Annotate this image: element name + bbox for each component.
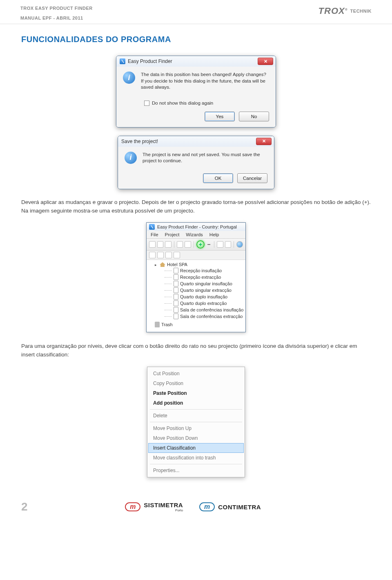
ok-button[interactable]: OK bbox=[203, 173, 233, 183]
dialog1-title: Easy Product Finder bbox=[128, 58, 172, 64]
document-icon bbox=[174, 307, 178, 313]
toolbar-open-icon[interactable] bbox=[157, 241, 164, 248]
do-not-show-checkbox[interactable]: Do not show this dialog again bbox=[144, 101, 269, 106]
tree-item[interactable]: Recepção extracção bbox=[149, 274, 244, 280]
tree-item-label: Quarto singular insuflação bbox=[180, 281, 232, 286]
app-icon bbox=[149, 224, 155, 230]
ctx-separator bbox=[150, 409, 242, 410]
tree-root[interactable]: ▸ Hotel SPA bbox=[149, 262, 244, 267]
checkbox-icon bbox=[144, 101, 149, 106]
cancel-button[interactable]: Cancelar bbox=[237, 173, 267, 183]
paragraph-2: Para uma organização por níveis, deve cl… bbox=[21, 342, 371, 359]
document-icon bbox=[174, 274, 178, 280]
ctx-delete[interactable]: Delete bbox=[148, 411, 244, 421]
ctx-paste-position[interactable]: Paste Position bbox=[148, 388, 244, 398]
tree-item[interactable]: Quarto singular insuflação bbox=[149, 280, 244, 287]
tree-item-label: Recepção extracção bbox=[180, 275, 221, 280]
ctx-move-down[interactable]: Move Position Down bbox=[148, 433, 244, 443]
app-window: Easy Product Finder - Country: Portugal … bbox=[146, 222, 246, 332]
ctx-move-up[interactable]: Move Position Up bbox=[148, 423, 244, 433]
ctx-move-to-trash[interactable]: Move classification into trash bbox=[148, 453, 244, 463]
tree-item-label: Sala de conferências extracção bbox=[180, 314, 243, 319]
document-icon bbox=[174, 300, 178, 306]
brand-sistimetra-text: SISTIMETRA bbox=[144, 502, 183, 508]
dialog1-message: The data in this position has been chang… bbox=[141, 72, 269, 91]
menu-file[interactable]: File bbox=[151, 232, 158, 237]
dialog2-message: The project is new and not yet saved. Yo… bbox=[143, 152, 267, 164]
brand-trox-text: TROX® bbox=[318, 6, 348, 16]
yes-button[interactable]: Yes bbox=[205, 112, 235, 121]
tree-item[interactable]: Sala de conferências extracção bbox=[149, 313, 244, 320]
help-icon[interactable] bbox=[236, 241, 243, 248]
page-footer: 2 m SISTIMETRA Porto m CONTIMETRA bbox=[0, 494, 392, 522]
toolbar-new-icon[interactable] bbox=[149, 241, 156, 248]
toolbar-separator bbox=[214, 241, 214, 248]
toolbar-separator bbox=[234, 241, 234, 248]
tree-item[interactable]: Quarto singular extracção bbox=[149, 287, 244, 293]
trash-icon bbox=[155, 322, 160, 327]
ctx-separator bbox=[150, 464, 242, 464]
ctx-separator bbox=[150, 422, 242, 422]
menu-help[interactable]: Help bbox=[209, 232, 219, 237]
tree-item-label: Quarto duplo insuflação bbox=[180, 294, 227, 299]
toolbar-save-icon[interactable] bbox=[165, 241, 172, 248]
dialog1-titlebar: Easy Product Finder ✕ bbox=[116, 56, 276, 67]
remove-position-button[interactable]: − bbox=[206, 242, 212, 247]
header-title: TROX EASY PRODUCT FINDER bbox=[20, 6, 93, 11]
context-menu: Cut Position Copy Position Paste Positio… bbox=[147, 367, 245, 477]
project-icon bbox=[160, 262, 165, 267]
document-icon bbox=[174, 294, 178, 300]
toolbar-print-icon[interactable] bbox=[185, 241, 191, 248]
trash-label: Trash bbox=[161, 322, 173, 327]
header-subtitle: MANUAL EPF - ABRIL 2011 bbox=[20, 16, 93, 20]
brand-contimetra-text: CONTIMETRA bbox=[218, 504, 261, 511]
toolbar-chart-icon[interactable] bbox=[225, 241, 232, 248]
close-button[interactable]: ✕ bbox=[258, 58, 273, 65]
dialog2-title: Save the project! bbox=[121, 139, 158, 144]
paragraph-1: Deverá aplicar as mudanças e gravar o pr… bbox=[21, 198, 371, 215]
ctx-copy-position[interactable]: Copy Position bbox=[148, 378, 244, 388]
dialog-save-project: Save the project! ✕ i The project is new… bbox=[118, 136, 274, 189]
tree-trash[interactable]: Trash bbox=[149, 321, 244, 328]
view-expand-icon[interactable] bbox=[165, 252, 172, 258]
view-collapse-icon[interactable] bbox=[174, 252, 180, 258]
toolbar-copy-icon[interactable] bbox=[177, 241, 183, 248]
section-title: FUNCIONALIDADES DO PROGRAMA bbox=[21, 35, 371, 44]
ctx-add-position[interactable]: Add position bbox=[148, 398, 244, 408]
app-menubar: File Project Wizards Help bbox=[147, 231, 245, 238]
ctx-properties[interactable]: Properties... bbox=[148, 466, 244, 475]
brand-sistimetra-sub: Porto bbox=[144, 508, 183, 512]
no-button[interactable]: No bbox=[239, 112, 269, 121]
view-tree-icon[interactable] bbox=[157, 252, 164, 258]
toolbar-separator bbox=[194, 241, 194, 248]
tree-item-label: Recepção insuflação bbox=[180, 268, 222, 273]
dialog2-titlebar: Save the project! ✕ bbox=[118, 136, 274, 147]
tree-item[interactable]: Sala de conferências insuflação bbox=[149, 307, 244, 313]
app-subtoolbar bbox=[147, 251, 245, 260]
document-icon bbox=[174, 268, 178, 273]
expand-toggle-icon[interactable]: ▸ bbox=[155, 263, 158, 266]
ctx-insert-classification[interactable]: Insert Classification bbox=[148, 443, 244, 453]
view-list-icon[interactable] bbox=[149, 252, 156, 258]
ctx-cut-position[interactable]: Cut Position bbox=[148, 369, 244, 378]
tree-item[interactable]: Quarto duplo extracção bbox=[149, 300, 244, 307]
document-icon bbox=[174, 287, 178, 293]
toolbar-grid-icon[interactable] bbox=[217, 241, 223, 248]
dialog-apply-changes: Easy Product Finder ✕ i The data in this… bbox=[116, 56, 276, 128]
tree-root-label: Hotel SPA bbox=[167, 262, 187, 267]
page-number: 2 bbox=[21, 500, 28, 513]
tree-item[interactable]: Recepção insuflação bbox=[149, 267, 244, 274]
checkbox-label: Do not show this dialog again bbox=[152, 101, 213, 105]
close-button[interactable]: ✕ bbox=[256, 138, 272, 145]
tree-item[interactable]: Quarto duplo insuflação bbox=[149, 293, 244, 300]
project-tree: ▸ Hotel SPA Recepção insuflação Recepção… bbox=[147, 260, 245, 332]
menu-project[interactable]: Project bbox=[165, 232, 180, 237]
add-position-button[interactable]: + bbox=[196, 240, 205, 249]
toolbar-separator bbox=[174, 241, 174, 248]
tree-item-label: Sala de conferências insuflação bbox=[180, 307, 243, 312]
footer-brands: m SISTIMETRA Porto m CONTIMETRA bbox=[125, 502, 261, 512]
menu-wizards[interactable]: Wizards bbox=[186, 232, 203, 237]
info-icon: i bbox=[125, 152, 137, 164]
brand-m-icon: m bbox=[125, 502, 140, 511]
app-toolbar: + − bbox=[147, 238, 245, 251]
